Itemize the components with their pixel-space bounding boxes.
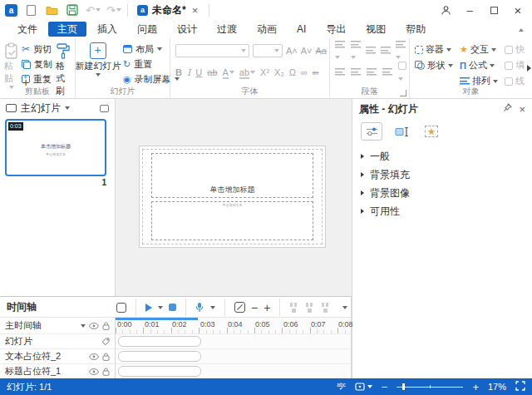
section-background-fill[interactable]: 背景填充 — [352, 165, 532, 184]
text-direction-button[interactable] — [398, 61, 406, 84]
numbered-list-button[interactable] — [351, 39, 362, 62]
eye-icon[interactable] — [89, 368, 99, 375]
text-placeholder[interactable]: 单击增加文本 — [151, 201, 313, 240]
zoom-in-button[interactable] — [472, 381, 479, 393]
cut-button[interactable]: 剪切 — [20, 42, 54, 57]
zoom-slider-handle[interactable] — [402, 383, 405, 390]
title-placeholder[interactable]: 单击增加标题 — [151, 153, 313, 198]
timeline-ruler[interactable]: 0:00 0:01 0:02 0:03 0:04 0:05 0:06 0:07 … — [116, 318, 351, 334]
timeline-main-track[interactable]: 主时间轴 — [0, 318, 115, 334]
play-options-caret-icon[interactable] — [158, 306, 163, 309]
tab-close-button[interactable]: × — [190, 4, 200, 17]
pin-panel-button[interactable] — [503, 103, 512, 115]
font-name-select[interactable] — [175, 44, 249, 57]
menu-item-design[interactable]: 设计 — [168, 22, 206, 37]
eye-icon[interactable] — [89, 323, 99, 329]
user-account-button[interactable] — [436, 2, 455, 17]
bold-button[interactable] — [175, 67, 182, 77]
interact-button[interactable]: 交互 — [460, 43, 505, 56]
increase-font-button[interactable] — [286, 46, 298, 56]
underline-button[interactable] — [195, 67, 202, 77]
paragraph-dialog-launcher[interactable] — [400, 90, 406, 96]
track-row-slide[interactable]: 幻灯片 — [0, 334, 115, 349]
save-button[interactable] — [65, 2, 80, 17]
menu-item-view[interactable]: 视图 — [357, 22, 395, 37]
minimize-button[interactable] — [461, 2, 479, 17]
section-general[interactable]: 一般 — [352, 147, 532, 165]
stop-button[interactable] — [169, 304, 176, 311]
menu-item-transition[interactable]: 过渡 — [208, 22, 246, 37]
justify-button[interactable] — [382, 67, 392, 78]
redo-button[interactable] — [106, 2, 121, 17]
undo-button[interactable] — [86, 2, 101, 17]
slide-canvas[interactable]: 单击增加标题 单击增加文本 — [116, 99, 352, 296]
record-audio-caret-icon[interactable] — [210, 306, 215, 309]
tab-interaction-properties[interactable] — [421, 122, 442, 141]
increase-indent-button[interactable] — [381, 45, 391, 57]
paste-button[interactable]: 粘贴 — [2, 42, 20, 90]
align-center-button[interactable] — [351, 67, 361, 78]
copy-button[interactable]: 复制 — [20, 57, 54, 72]
bullet-list-button[interactable] — [335, 39, 346, 62]
section-accessibility[interactable]: 可用性 — [352, 202, 532, 220]
clear-formatting-button[interactable] — [316, 46, 327, 56]
remove-link-button[interactable] — [313, 67, 319, 77]
lock-icon[interactable] — [102, 368, 110, 376]
tab-slide-properties[interactable] — [361, 122, 382, 141]
italic-button[interactable] — [187, 67, 190, 78]
menu-item-home[interactable]: 主页 — [48, 22, 86, 37]
timeline-options-button[interactable] — [342, 306, 347, 309]
ribbon-more-button[interactable] — [527, 65, 531, 72]
main-track-caret-icon[interactable] — [81, 324, 86, 328]
lock-icon[interactable] — [102, 353, 110, 361]
fit-window-button[interactable] — [515, 381, 525, 393]
shape-button[interactable]: 形状 — [415, 59, 460, 72]
track-row-text-placeholder[interactable]: 文本占位符_2 — [0, 349, 115, 364]
menu-item-insert[interactable]: 插入 — [88, 22, 126, 37]
track-row-title-placeholder[interactable]: 标题占位符_1 — [0, 364, 115, 379]
snapshot-button[interactable]: 快 — [505, 43, 530, 56]
decrease-font-button[interactable] — [301, 46, 313, 56]
slide[interactable]: 单击增加标题 单击增加文本 — [139, 146, 326, 248]
align-right-button[interactable] — [367, 67, 377, 78]
fill-button[interactable]: 填 — [505, 59, 530, 72]
menu-item-export[interactable]: 导出 — [317, 22, 355, 37]
highlight-button[interactable] — [239, 67, 255, 77]
strikethrough-button[interactable] — [207, 67, 217, 77]
paste-keyframe-button[interactable] — [305, 303, 315, 313]
track-bar-slide[interactable] — [118, 336, 201, 347]
insert-link-button[interactable] — [301, 67, 308, 77]
track-bar-title-placeholder[interactable] — [118, 366, 201, 377]
open-file-button[interactable] — [44, 2, 59, 17]
zoom-fit-button[interactable] — [234, 302, 245, 313]
new-file-button[interactable] — [23, 2, 38, 17]
close-button[interactable] — [509, 2, 527, 17]
slide-thumbnail[interactable]: 0:03 单击增加标题 单击增加文本 — [5, 119, 106, 176]
menu-item-animation[interactable]: 动画 — [248, 22, 286, 37]
superscript-button[interactable] — [260, 67, 269, 77]
master-slide-dropdown[interactable]: 主幻灯片 — [21, 101, 61, 116]
menu-item-question[interactable]: 问题 — [128, 22, 166, 37]
container-button[interactable]: 容器 — [415, 43, 460, 56]
symbol-button[interactable] — [289, 67, 296, 77]
font-color-button[interactable] — [223, 67, 234, 77]
bookmark-icon[interactable] — [100, 105, 109, 112]
align-left-button[interactable] — [335, 67, 345, 78]
spellcheck-icon[interactable] — [337, 383, 345, 391]
tag-icon[interactable] — [101, 338, 110, 346]
ribbon-collapse-button[interactable] — [519, 23, 524, 35]
document-tab[interactable]: 未命名* × — [134, 3, 203, 17]
record-audio-button[interactable] — [195, 302, 204, 313]
zoom-slider[interactable] — [397, 383, 463, 390]
copy-keyframe-button[interactable] — [289, 303, 299, 313]
formula-button[interactable]: 公式 — [460, 59, 505, 72]
tab-object-properties[interactable] — [391, 122, 412, 141]
duplicate-button[interactable]: 重复 — [20, 72, 54, 86]
decrease-indent-button[interactable] — [366, 45, 376, 57]
stage-frame-button[interactable] — [116, 303, 126, 313]
subscript-button[interactable] — [274, 67, 284, 77]
close-panel-button[interactable]: × — [519, 103, 525, 116]
line-spacing-button[interactable] — [396, 39, 406, 62]
menu-item-ai[interactable]: AI — [288, 22, 315, 37]
track-bar-text-placeholder[interactable] — [118, 351, 201, 362]
